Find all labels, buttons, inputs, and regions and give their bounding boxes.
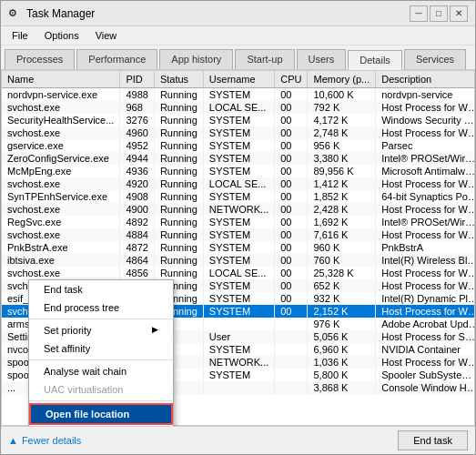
col-header-username[interactable]: Username	[203, 71, 274, 88]
end-task-button[interactable]: End task	[398, 430, 468, 450]
table-cell: User	[203, 330, 274, 343]
context-analyse-wait-chain[interactable]: Analyse wait chain	[29, 362, 173, 380]
table-row[interactable]: svchost.exe968RunningLOCAL SE...00792 KH…	[2, 101, 475, 114]
table-cell: 3276	[120, 114, 154, 126]
table-cell: 00	[275, 165, 308, 177]
table-row[interactable]: ibtsiva.exe4864RunningSYSTEM00760 KIntel…	[2, 254, 475, 267]
close-button[interactable]: ✕	[450, 5, 468, 22]
context-uac-virtualisation[interactable]: UAC virtualisation	[29, 380, 173, 399]
fewer-details-label: Fewer details	[22, 435, 81, 446]
table-cell: Running	[154, 241, 203, 254]
table-cell: Host Process for Windows Services	[376, 267, 475, 279]
table-cell: 00	[275, 305, 308, 318]
table-cell: Host Process for Windows Services	[376, 305, 475, 318]
table-cell: LOCAL SE...	[203, 101, 274, 114]
table-cell: SecurityHealthService...	[2, 114, 120, 126]
table-row[interactable]: svchost.exe4900RunningNETWORK...002,428 …	[2, 203, 475, 216]
table-cell: 4920	[120, 177, 154, 190]
table-row[interactable]: svchost.exe4884RunningSYSTEM007,616 KHos…	[2, 228, 475, 241]
table-cell	[275, 381, 308, 394]
table-cell: 4960	[120, 126, 154, 139]
table-cell: Running	[154, 267, 203, 279]
table-row[interactable]: ZeroConfigService.exe4944RunningSYSTEM00…	[2, 152, 475, 165]
tab-startup[interactable]: Start-up	[235, 49, 294, 69]
table-cell: 1,852 K	[308, 190, 376, 203]
table-row[interactable]: SynTPEnhService.exe4908RunningSYSTEM001,…	[2, 190, 475, 203]
table-cell: svchost.exe	[2, 267, 120, 279]
table-cell: Running	[154, 126, 203, 139]
table-row[interactable]: nordvpn-service.exe4988RunningSYSTEM0010…	[2, 88, 475, 102]
fewer-details-button[interactable]: ▲ Fewer details	[8, 435, 81, 446]
table-cell: 00	[275, 241, 308, 254]
table-row[interactable]: svchost.exe4920RunningLOCAL SE...001,412…	[2, 177, 475, 190]
table-cell	[275, 369, 308, 381]
table-row[interactable]: SecurityHealthService...3276RunningSYSTE…	[2, 114, 475, 126]
minimize-button[interactable]: ─	[410, 5, 428, 22]
col-header-status[interactable]: Status	[154, 71, 203, 88]
table-cell: SYSTEM	[203, 292, 274, 305]
col-header-description[interactable]: Description	[376, 71, 475, 88]
bottom-bar: ▲ Fewer details End task	[1, 426, 475, 454]
table-cell: 5,800 K	[308, 369, 376, 381]
context-set-priority[interactable]: Set priority ▶	[29, 321, 173, 339]
table-cell: svchost.exe	[2, 101, 120, 114]
table-cell: 00	[275, 216, 308, 228]
table-cell: SYSTEM	[203, 126, 274, 139]
tab-processes[interactable]: Processes	[5, 49, 75, 69]
table-cell: SYSTEM	[203, 139, 274, 152]
table-cell: 3,380 K	[308, 152, 376, 165]
table-row[interactable]: svchost.exe4856RunningLOCAL SE...0025,32…	[2, 267, 475, 279]
table-cell: Running	[154, 114, 203, 126]
context-end-process-tree[interactable]: End process tree	[29, 298, 173, 317]
tab-services[interactable]: Services	[404, 49, 466, 69]
table-cell: SYSTEM	[203, 165, 274, 177]
context-open-file-location[interactable]: Open file location	[29, 403, 173, 425]
col-header-memory[interactable]: Memory (p...	[308, 71, 376, 88]
col-header-pid[interactable]: PID	[120, 71, 154, 88]
table-cell: svchost.exe	[2, 203, 120, 216]
table-cell: NETWORK...	[203, 203, 274, 216]
col-header-cpu[interactable]: CPU	[275, 71, 308, 88]
table-cell: 4856	[120, 267, 154, 279]
table-cell: 5,056 K	[308, 330, 376, 343]
maximize-button[interactable]: □	[430, 5, 448, 22]
table-cell	[275, 356, 308, 369]
context-set-affinity[interactable]: Set affinity	[29, 339, 173, 358]
table-cell: 00	[275, 190, 308, 203]
separator-2	[29, 359, 173, 360]
table-cell: Running	[154, 254, 203, 267]
menu-bar: File Options View	[1, 26, 475, 46]
table-cell: Intel® PROSet/Wireless Registry Service	[376, 216, 475, 228]
table-cell: SYSTEM	[203, 241, 274, 254]
table-cell: svchost.exe	[2, 228, 120, 241]
table-cell: 4864	[120, 254, 154, 267]
table-cell	[203, 381, 274, 394]
table-cell: Intel® PROSet/Wireless Zero Configu...	[376, 152, 475, 165]
menu-options[interactable]: Options	[37, 28, 86, 43]
table-row[interactable]: McMpEng.exe4936RunningSYSTEM0089,956 KMi…	[2, 165, 475, 177]
table-cell: LOCAL SE...	[203, 267, 274, 279]
col-header-name[interactable]: Name	[2, 71, 120, 88]
table-cell: Running	[154, 177, 203, 190]
table-cell: 4988	[120, 88, 154, 102]
context-menu: End task End process tree Set priority ▶…	[28, 279, 174, 426]
menu-file[interactable]: File	[5, 28, 35, 43]
context-end-task[interactable]: End task	[29, 280, 173, 298]
menu-view[interactable]: View	[88, 28, 125, 43]
tab-details[interactable]: Details	[348, 50, 402, 70]
table-row[interactable]: gservice.exe4952RunningSYSTEM00956 KPars…	[2, 139, 475, 152]
table-cell: 00	[275, 126, 308, 139]
table-cell	[203, 318, 274, 330]
table-row[interactable]: RegSvc.exe4892RunningSYSTEM001,692 KInte…	[2, 216, 475, 228]
table-row[interactable]: PnkBstrA.exe4872RunningSYSTEM00960 KPnkB…	[2, 241, 475, 254]
table-cell: 00	[275, 101, 308, 114]
title-bar: ⚙ Task Manager ─ □ ✕	[1, 1, 475, 26]
tab-app-history[interactable]: App history	[159, 49, 233, 69]
tab-users[interactable]: Users	[297, 49, 347, 69]
table-cell	[275, 343, 308, 356]
tab-performance[interactable]: Performance	[76, 49, 157, 69]
table-row[interactable]: svchost.exe4960RunningSYSTEM002,748 KHos…	[2, 126, 475, 139]
table-cell: 976 K	[308, 318, 376, 330]
table-cell: Running	[154, 101, 203, 114]
table-cell: 652 K	[308, 279, 376, 292]
